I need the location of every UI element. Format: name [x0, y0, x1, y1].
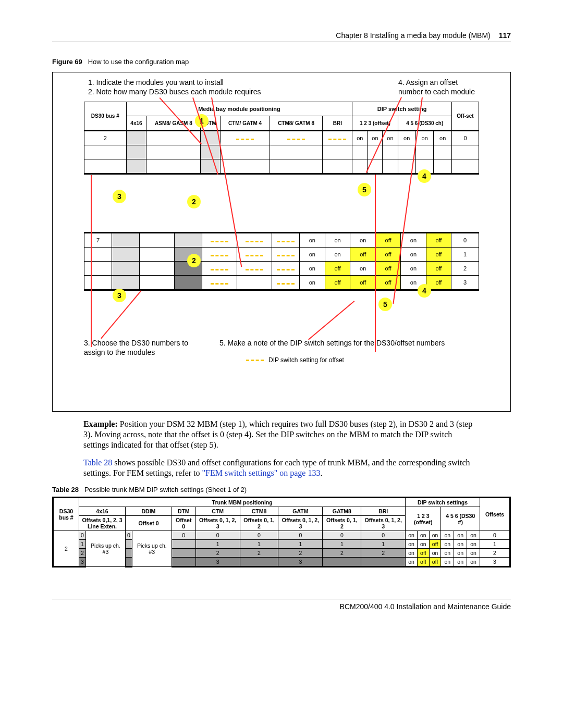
hdr-4x16: 4x16: [126, 116, 146, 131]
bubble-3-top: 3: [113, 190, 126, 203]
bubble-2-top: 2: [187, 195, 201, 208]
hdr-dip: DIP switch setting: [352, 102, 452, 116]
step3-text: 3. Choose the DS30 numbers to assign to …: [84, 338, 188, 357]
hdr-sw456: 4 5 6 (DS30 ch): [398, 116, 451, 131]
step5-text: 5. Make a note of the DIP switch setting…: [219, 338, 445, 348]
hdr-bri: BRI: [323, 116, 352, 131]
example-paragraph: Example: Position your DSM 32 MBM (step …: [83, 419, 480, 450]
page-number: 117: [499, 31, 511, 40]
hdr-ds30: DS30 bus #: [84, 102, 127, 131]
page-header: Chapter 8 Installing a media bay module …: [52, 31, 511, 40]
figure69-label: Figure 69: [52, 58, 82, 66]
bubble-5-top: 5: [358, 183, 371, 196]
config-table-bus7: 7 ononon offonoff 0 ononoff offonoff 1 o…: [84, 232, 479, 291]
step2-text: 2. Note how many DS30 buses each module …: [88, 87, 261, 96]
bubble-5-bot: 5: [378, 298, 392, 311]
footer-rule: [52, 599, 511, 599]
example-label: Example:: [83, 419, 118, 428]
arrow-step3-v: [91, 175, 92, 347]
table28-ref[interactable]: Table 28: [83, 458, 112, 467]
example-body: Position your DSM 32 MBM (step 1), which…: [83, 419, 472, 449]
t28-ds30: DS30 bus #: [53, 498, 79, 531]
hdr-ctm4: CTM/ GATM 4: [221, 116, 270, 131]
figure69-diagram: 1. Indicate the modules you want to inst…: [52, 72, 511, 412]
step1-text: 1. Indicate the modules you want to inst…: [88, 78, 261, 87]
figure69-caption: How to use the configuration map: [88, 58, 189, 66]
hdr-ctm8: CTM8/ GATM 8: [270, 116, 323, 131]
cfg-row-7-0: 7 ononon offonoff 0: [84, 233, 479, 248]
table28-ref-paragraph: Table 28 shows possible DS30 and offset …: [83, 458, 480, 478]
cfg-row-blank-a: [84, 145, 479, 159]
steps-12: 1. Indicate the modules you want to inst…: [88, 78, 261, 96]
chapter-title: Chapter 8 Installing a media bay module …: [336, 31, 490, 40]
t28-dip: DIP switch settings: [406, 498, 480, 507]
bubble-3-bot: 3: [113, 289, 126, 302]
t28-trunk: Trunk MBM positioning: [79, 498, 406, 507]
fem-link[interactable]: "FEM switch settings" on page 133: [202, 468, 321, 477]
hdr-mbm-pos: Media bay module positioning: [126, 102, 352, 116]
hdr-offset: Off-set: [451, 102, 479, 131]
table28-caption: Possible trunk MBM DIP switch settings (…: [84, 486, 247, 493]
table28-title: Table 28 Possible trunk MBM DIP switch s…: [52, 486, 511, 493]
arrow-step5-v: [375, 175, 376, 352]
cfg-row-2: 2 ononon ononon 0: [84, 131, 479, 145]
table28: DS30 bus # Trunk MBM positioning DIP swi…: [52, 497, 511, 567]
t28-row-0: 2 0 Picks up ch. #3 0 Picks up ch. #3 0 …: [53, 531, 510, 540]
footer-text: BCM200/400 4.0 Installation and Maintena…: [52, 602, 511, 611]
bubble-4-top: 4: [418, 169, 431, 183]
t28-offsets: Offsets: [480, 498, 510, 531]
legend-dip-offset: DIP switch setting for offset: [246, 356, 344, 364]
cfg-row-7-2: onoffon offonoff 2: [84, 262, 479, 276]
cfg-row-7-1: ononoff offonoff 1: [84, 248, 479, 262]
header-rule: [52, 42, 511, 42]
step4-text: 4. Assign an offset number to each modul…: [398, 78, 475, 96]
hdr-asm8: ASM8/ GASM 8: [146, 116, 201, 131]
figure69-title: Figure 69 How to use the configuration m…: [52, 58, 511, 66]
arrow-step5a: [308, 301, 354, 340]
bubble-4-bot: 4: [418, 284, 431, 298]
bubble-2-bot: 2: [187, 254, 201, 267]
table28-label: Table 28: [52, 486, 79, 493]
